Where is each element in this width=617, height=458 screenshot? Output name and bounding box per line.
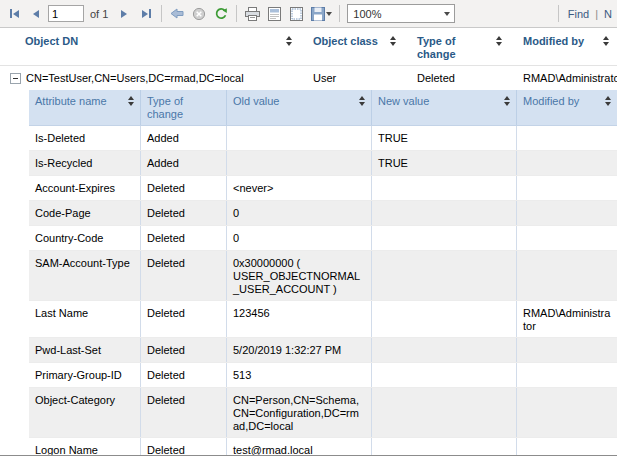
new-value-cell (371, 388, 516, 437)
page-setup-button[interactable] (286, 4, 306, 24)
back-arrow-icon (170, 7, 184, 20)
table-row: Is-Recycled Added TRUE (29, 151, 617, 176)
attribute-cell: Last Name (29, 301, 140, 337)
old-value-cell (226, 151, 371, 175)
first-page-button[interactable] (4, 4, 24, 24)
sort-icon (504, 96, 510, 106)
find-button[interactable]: Find (568, 8, 589, 20)
table-row: SAM-Account-Type Deleted 0x30000000 ( US… (29, 251, 617, 301)
subheader-type-of-change: Type of change (140, 90, 226, 125)
old-value-cell: test@rmad.local (226, 438, 371, 456)
new-value-cell: TRUE (371, 126, 516, 150)
stop-button[interactable] (189, 4, 209, 24)
new-value-cell: TRUE (371, 151, 516, 175)
subheader-old-value[interactable]: Old value (226, 90, 371, 125)
type-cell: Deleted (140, 176, 226, 200)
subheader-label: Modified by (523, 95, 579, 108)
table-row: Code-Page Deleted 0 (29, 201, 617, 226)
sort-icon (286, 36, 292, 46)
object-dn-value: CN=TestUser,CN=Users,DC=rmad,DC=local (26, 72, 244, 85)
sort-icon (605, 96, 611, 106)
attribute-cell: Logon Name (29, 438, 140, 456)
old-value-cell: CN=Person,CN=Schema,CN=Configuration,DC=… (226, 388, 371, 437)
old-value-cell (226, 126, 371, 150)
new-value-cell (371, 226, 516, 250)
stop-icon (192, 7, 206, 21)
subheader-modified-by[interactable]: Modified by (516, 90, 617, 125)
modified-by-cell (516, 226, 617, 250)
zoom-caret-icon (444, 12, 450, 16)
new-value-cell (371, 438, 516, 456)
find-next-separator: | (595, 8, 598, 20)
attribute-cell: Is-Deleted (29, 126, 140, 150)
export-dropdown-caret (326, 12, 332, 16)
sort-icon (603, 36, 609, 46)
subheader-attribute-name[interactable]: Attribute name (29, 90, 140, 125)
toolbar-separator (236, 5, 237, 22)
find-next-button[interactable]: N (604, 8, 612, 20)
header-object-class[interactable]: Object class (300, 35, 404, 61)
zoom-dropdown-button[interactable] (440, 5, 454, 22)
object-dn-cell: CN=TestUser,CN=Users,DC=rmad,DC=local (8, 72, 300, 85)
minus-icon (13, 78, 18, 79)
last-page-button[interactable] (136, 4, 156, 24)
previous-page-button[interactable] (26, 4, 46, 24)
next-page-button[interactable] (114, 4, 134, 24)
header-modified-by[interactable]: Modified by (510, 35, 617, 61)
modified-by-cell (516, 201, 617, 225)
subheader-new-value[interactable]: New value (371, 90, 516, 125)
attribute-cell: Primary-Group-ID (29, 363, 140, 387)
header-label: Object DN (25, 35, 78, 48)
header-label: Object class (313, 35, 378, 48)
object-modified-by-cell: RMAD\Administrator (510, 72, 617, 85)
new-value-cell (371, 201, 516, 225)
sort-icon (496, 36, 502, 46)
header-type-of-change[interactable]: Type of change (404, 35, 510, 61)
refresh-icon (214, 7, 228, 21)
attribute-cell: Code-Page (29, 201, 140, 225)
new-value-cell (371, 338, 516, 362)
export-button[interactable] (308, 4, 334, 24)
modified-by-cell: RMAD\Administrator (516, 301, 617, 337)
find-group: Find | N (555, 5, 613, 22)
header-label: Type of change (417, 35, 496, 61)
sort-icon (128, 96, 134, 106)
new-value-cell (371, 301, 516, 337)
print-button[interactable] (242, 4, 262, 24)
subheader-label: Type of change (147, 95, 220, 121)
print-layout-button[interactable] (264, 4, 284, 24)
table-row: Country-Code Deleted 0 (29, 226, 617, 251)
attribute-cell: Object-Category (29, 388, 140, 437)
modified-by-cell (516, 438, 617, 456)
attribute-cell: Country-Code (29, 226, 140, 250)
page-number-input[interactable] (48, 5, 84, 22)
subheader-label: Old value (233, 95, 279, 108)
zoom-combobox[interactable]: 100% (347, 4, 455, 23)
zoom-value: 100% (353, 8, 381, 20)
collapse-row-button[interactable] (10, 73, 21, 84)
type-cell: Deleted (140, 226, 226, 250)
header-object-dn[interactable]: Object DN (8, 35, 300, 61)
subheader-label: New value (378, 95, 429, 108)
table-row: Last Name Deleted 123456 RMAD\Administra… (29, 301, 617, 338)
new-value-cell (371, 251, 516, 300)
header-label: Modified by (523, 35, 584, 48)
sort-icon (359, 96, 365, 106)
old-value-cell: 513 (226, 363, 371, 387)
back-button[interactable] (167, 4, 187, 24)
object-type-of-change-cell: Deleted (404, 72, 510, 85)
modified-by-cell (516, 363, 617, 387)
table-row: Is-Deleted Added TRUE (29, 126, 617, 151)
old-value-cell: 5/20/2019 1:32:27 PM (226, 338, 371, 362)
page-count-label: of 1 (90, 8, 108, 20)
type-cell: Deleted (140, 363, 226, 387)
printer-icon (245, 7, 260, 21)
refresh-button[interactable] (211, 4, 231, 24)
table-row: Logon Name Deleted test@rmad.local (29, 438, 617, 456)
page-setup-icon (290, 7, 303, 21)
type-cell: Deleted (140, 338, 226, 362)
last-page-icon (149, 9, 151, 18)
type-cell: Deleted (140, 438, 226, 456)
old-value-cell: <never> (226, 176, 371, 200)
old-value-cell: 123456 (226, 301, 371, 337)
